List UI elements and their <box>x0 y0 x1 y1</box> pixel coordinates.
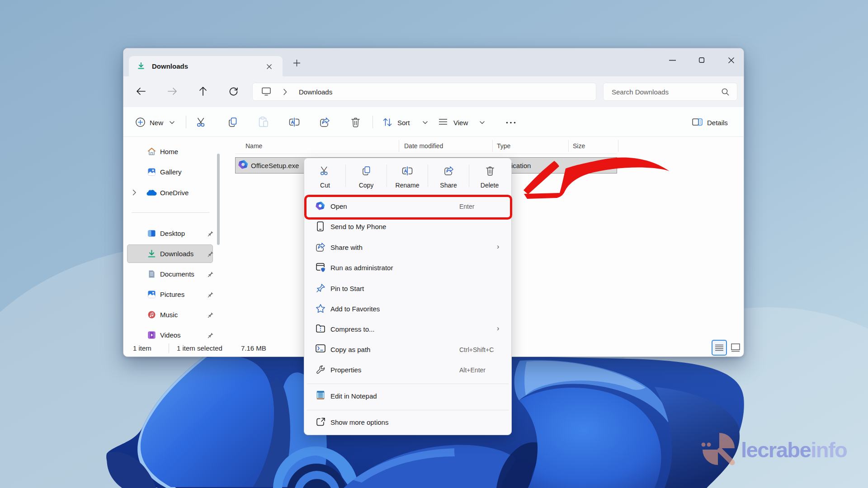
svg-text:lecrabeinfo: lecrabeinfo <box>741 438 847 462</box>
